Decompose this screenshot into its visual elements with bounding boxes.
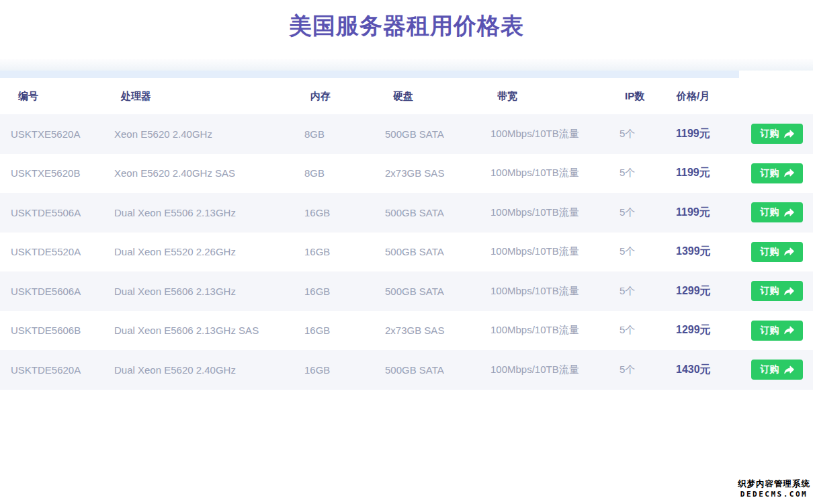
- forward-arrow-icon: [784, 169, 794, 177]
- cell-ram: 8GB: [302, 167, 380, 179]
- cell-ips: 5个: [615, 324, 669, 337]
- cell-bandwidth: 100Mbps/10TB流量: [487, 324, 615, 337]
- cell-ips: 5个: [615, 128, 669, 140]
- cell-price: 1399元: [669, 245, 746, 259]
- cell-cpu: Xeon E5620 2.40GHz: [114, 128, 302, 140]
- cell-disk: 500GB SATA: [380, 207, 487, 218]
- pricing-table: 编号 处理器 内存 硬盘 带宽 IP数 价格/月 USKTXE5620A Xeo…: [0, 59, 813, 390]
- order-button[interactable]: 订购: [751, 202, 803, 222]
- cell-cpu: Xeon E5620 2.40GHz SAS: [114, 167, 302, 179]
- order-button-label: 订购: [761, 246, 779, 258]
- cell-disk: 500GB SATA: [380, 286, 487, 297]
- cell-id: USKTDE5606A: [0, 286, 114, 297]
- cell-price: 1199元: [669, 206, 746, 220]
- cell-ram: 16GB: [302, 364, 380, 376]
- header-cell-bandwidth: 带宽: [487, 90, 615, 103]
- header-cell-disk: 硬盘: [380, 90, 487, 103]
- cell-ram: 16GB: [302, 246, 380, 257]
- table-row: USKTXE5620B Xeon E5620 2.40GHz SAS 8GB 2…: [0, 154, 813, 194]
- cell-disk: 500GB SATA: [380, 246, 487, 257]
- header-cell-price: 价格/月: [669, 90, 746, 103]
- cell-ips: 5个: [615, 167, 669, 179]
- order-button-label: 订购: [761, 325, 779, 337]
- page-title: 美国服务器租用价格表: [0, 0, 813, 42]
- order-button[interactable]: 订购: [751, 281, 803, 301]
- order-button-label: 订购: [761, 206, 779, 218]
- cell-price: 1199元: [669, 166, 746, 180]
- cell-id: USKTDE5606B: [0, 325, 114, 336]
- cell-cpu: Dual Xeon E5606 2.13GHz: [114, 286, 302, 297]
- header-cell-cpu: 处理器: [114, 90, 302, 103]
- cell-bandwidth: 100Mbps/10TB流量: [487, 206, 615, 219]
- cell-ram: 16GB: [302, 207, 380, 218]
- forward-arrow-icon: [784, 130, 794, 138]
- cell-price: 1299元: [669, 284, 746, 298]
- table-row: USKTDE5620A Dual Xeon E5620 2.40GHz 16GB…: [0, 350, 813, 390]
- cell-id: USKTDE5506A: [0, 207, 114, 218]
- watermark-line2: DEDECMS.COM: [738, 490, 810, 499]
- header-cell-ips: IP数: [615, 90, 669, 103]
- order-button-label: 订购: [761, 285, 779, 297]
- watermark: 织梦内容管理系统 DEDECMS.COM: [738, 478, 810, 499]
- order-button[interactable]: 订购: [751, 124, 803, 144]
- cell-cpu: Dual Xeon E5606 2.13GHz SAS: [114, 325, 302, 336]
- cell-bandwidth: 100Mbps/10TB流量: [487, 285, 615, 298]
- cell-price: 1199元: [669, 127, 746, 141]
- cell-ips: 5个: [615, 206, 669, 219]
- forward-arrow-icon: [784, 326, 794, 335]
- table-row: USKTDE5506A Dual Xeon E5506 2.13GHz 16GB…: [0, 193, 813, 233]
- table-row: USKTXE5620A Xeon E5620 2.40GHz 8GB 500GB…: [0, 114, 813, 154]
- table-row: USKTDE5606B Dual Xeon E5606 2.13GHz SAS …: [0, 311, 813, 351]
- cell-ips: 5个: [615, 245, 669, 258]
- cell-cpu: Dual Xeon E5506 2.13GHz: [114, 207, 302, 218]
- order-button-label: 订购: [761, 364, 779, 376]
- cell-bandwidth: 100Mbps/10TB流量: [487, 245, 615, 258]
- order-button[interactable]: 订购: [751, 242, 803, 262]
- table-top-shade: [0, 59, 813, 71]
- cell-bandwidth: 100Mbps/10TB流量: [487, 167, 615, 179]
- cell-ips: 5个: [615, 285, 669, 298]
- cell-bandwidth: 100Mbps/10TB流量: [487, 128, 615, 140]
- header-cell-id: 编号: [0, 90, 114, 103]
- forward-arrow-icon: [784, 287, 794, 296]
- header-cell-ram: 内存: [302, 90, 380, 103]
- order-button-label: 订购: [761, 128, 779, 140]
- forward-arrow-icon: [784, 366, 794, 374]
- cell-id: USKTDE5520A: [0, 246, 114, 257]
- forward-arrow-icon: [784, 208, 794, 217]
- cell-disk: 500GB SATA: [380, 128, 487, 140]
- cell-price: 1299元: [669, 323, 746, 337]
- cell-ram: 16GB: [302, 325, 380, 336]
- cell-id: USKTXE5620A: [0, 128, 114, 140]
- cell-ram: 8GB: [302, 128, 380, 140]
- order-button[interactable]: 订购: [751, 163, 803, 183]
- cell-disk: 500GB SATA: [380, 364, 487, 376]
- cell-disk: 2x73GB SAS: [380, 167, 487, 179]
- cell-bandwidth: 100Mbps/10TB流量: [487, 364, 615, 376]
- table-header-row: 编号 处理器 内存 硬盘 带宽 IP数 价格/月: [0, 78, 813, 114]
- table-row: USKTDE5520A Dual Xeon E5520 2.26GHz 16GB…: [0, 233, 813, 272]
- cell-cpu: Dual Xeon E5520 2.26GHz: [114, 246, 302, 257]
- cell-id: USKTDE5620A: [0, 364, 114, 376]
- forward-arrow-icon: [784, 247, 794, 256]
- blue-strip: [0, 71, 739, 78]
- order-button[interactable]: 订购: [751, 321, 803, 341]
- table-row: USKTDE5606A Dual Xeon E5606 2.13GHz 16GB…: [0, 271, 813, 311]
- cell-disk: 2x73GB SAS: [380, 325, 487, 336]
- cell-cpu: Dual Xeon E5620 2.40GHz: [114, 364, 302, 376]
- cell-id: USKTXE5620B: [0, 167, 114, 179]
- cell-price: 1430元: [669, 363, 746, 377]
- cell-ram: 16GB: [302, 286, 380, 297]
- cell-ips: 5个: [615, 364, 669, 376]
- watermark-line1: 织梦内容管理系统: [738, 478, 810, 490]
- order-button-label: 订购: [761, 167, 779, 179]
- order-button[interactable]: 订购: [751, 360, 803, 380]
